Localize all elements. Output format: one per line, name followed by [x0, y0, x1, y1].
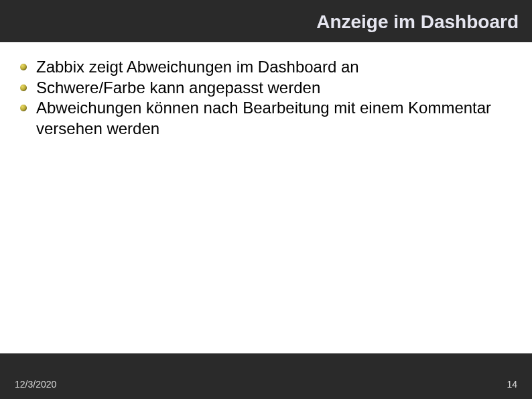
list-item: Abweichungen können nach Bearbeitung mit… — [19, 98, 517, 139]
footer-date: 12/3/2020 — [15, 379, 56, 390]
bullet-text: Abweichungen können nach Bearbeitung mit… — [36, 99, 491, 137]
bullet-list: Zabbix zeigt Abweichungen im Dashboard a… — [19, 57, 517, 139]
page-number: 14 — [507, 379, 517, 390]
list-item: Zabbix zeigt Abweichungen im Dashboard a… — [19, 57, 517, 78]
slide-content: Zabbix zeigt Abweichungen im Dashboard a… — [0, 46, 532, 353]
slide-header: Anzeige im Dashboard — [0, 0, 532, 46]
bullet-text: Schwere/Farbe kann angepasst werden — [36, 78, 320, 97]
bullet-icon — [20, 64, 27, 70]
bullet-icon — [20, 84, 27, 91]
list-item: Schwere/Farbe kann angepasst werden — [19, 78, 517, 99]
slide-title: Anzeige im Dashboard — [13, 12, 519, 33]
bullet-text: Zabbix zeigt Abweichungen im Dashboard a… — [36, 58, 359, 76]
bullet-icon — [20, 105, 27, 111]
slide-footer: 12/3/2020 14 — [0, 359, 532, 399]
